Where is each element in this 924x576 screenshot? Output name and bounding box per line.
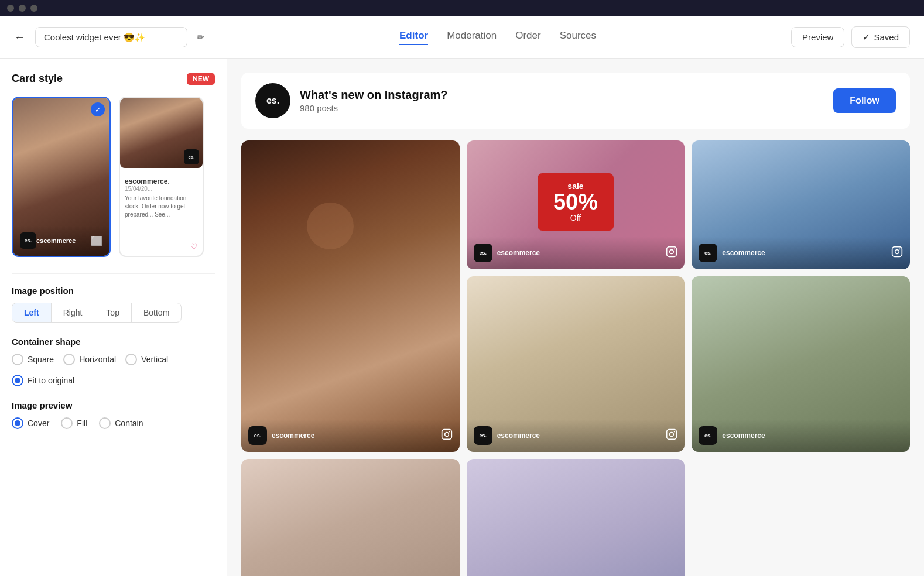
grid-insta-3: [891, 246, 903, 260]
tab-sources[interactable]: Sources: [560, 30, 596, 45]
shape-fit-label: Fit to original: [28, 376, 74, 385]
shape-options: Square Horizontal Vertical Fit to origin…: [12, 354, 215, 386]
grid-item-woman-overlay: es. escommerce: [241, 419, 460, 452]
feed-logo: es.: [255, 83, 290, 118]
position-bottom[interactable]: Bottom: [131, 303, 181, 322]
svg-point-8: [899, 248, 901, 249]
grid-username-3: escommerce: [722, 249, 765, 257]
grid-insta-4: [666, 428, 677, 443]
radio-fit: [12, 375, 23, 386]
grid-item-flowers[interactable]: es. escommerce: [241, 459, 460, 576]
radio-fill: [61, 417, 73, 429]
grid-logo-1: es.: [248, 426, 267, 445]
preview-fill[interactable]: Fill: [61, 417, 87, 429]
image-grid: es. escommerce sale 50% Off es.: [241, 140, 910, 576]
position-tabs: Left Right Top Bottom: [12, 303, 182, 323]
preview-button[interactable]: Preview: [791, 27, 844, 47]
grid-username-1: escommerce: [272, 431, 314, 440]
sidebar: Card style NEW ✓ es. escommerce ⬜ es.: [0, 59, 227, 576]
shape-square[interactable]: Square: [12, 354, 54, 365]
grid-item-woman-face[interactable]: es. escommerce: [241, 140, 460, 452]
position-right[interactable]: Right: [51, 303, 94, 322]
nav-tabs: Editor Moderation Order Sources: [399, 30, 596, 45]
sale-off: Off: [548, 213, 603, 222]
position-top[interactable]: Top: [94, 303, 131, 322]
sale-badge: sale 50% Off: [538, 173, 614, 231]
shape-fit[interactable]: Fit to original: [12, 375, 74, 386]
preview-fill-label: Fill: [77, 419, 87, 428]
tab-editor[interactable]: Editor: [399, 30, 428, 45]
card-style-1[interactable]: ✓ es. escommerce ⬜: [12, 97, 111, 257]
grid-item-shoes[interactable]: es. escommerce: [467, 276, 685, 452]
grid-logo-3: es.: [699, 244, 717, 262]
feed-info: What's new on Instagram? 980 posts: [300, 88, 824, 113]
svg-point-2: [449, 431, 450, 432]
grid-item-store-overlay: es. escommerce: [692, 419, 910, 452]
grid-item-sale-overlay: es. escommerce: [467, 236, 685, 269]
radio-vertical: [125, 354, 137, 365]
radio-horizontal: [63, 354, 75, 365]
titlebar: [0, 0, 924, 16]
image-position-title: Image position: [12, 286, 215, 296]
card-2-text: Your favorite foundation stock. Order no…: [125, 194, 198, 219]
preview-contain-label: Contain: [115, 419, 143, 428]
saved-check-icon: ✓: [863, 32, 870, 43]
titlebar-dot-2: [19, 5, 26, 12]
preview-contain[interactable]: Contain: [99, 417, 143, 429]
shape-horizontal-label: Horizontal: [79, 355, 116, 364]
card-1-instagram-icon: ⬜: [91, 235, 102, 246]
grid-item-fashion[interactable]: es. escommerce: [692, 140, 910, 269]
svg-point-4: [670, 249, 674, 253]
follow-button[interactable]: Follow: [833, 88, 896, 113]
card-style-title: Card style: [12, 73, 63, 85]
radio-square: [12, 354, 23, 365]
container-shape-section: Container shape Square Horizontal Vertic…: [12, 337, 215, 386]
saved-button[interactable]: ✓ Saved: [851, 26, 910, 48]
image-position-section: Image position Left Right Top Bottom: [12, 286, 215, 323]
card-2-logo: es.: [184, 149, 199, 164]
grid-username-2: escommerce: [497, 249, 540, 257]
grid-item-fashion-overlay: es. escommerce: [692, 236, 910, 269]
feed-title: What's new on Instagram?: [300, 88, 824, 102]
grid-logo-4: es.: [474, 426, 492, 445]
tab-order[interactable]: Order: [515, 30, 540, 45]
svg-rect-9: [667, 429, 677, 439]
svg-rect-3: [667, 246, 677, 256]
radio-contain: [99, 417, 111, 429]
saved-label: Saved: [874, 32, 899, 42]
grid-username-4: escommerce: [497, 431, 540, 440]
svg-point-10: [670, 432, 674, 436]
card-style-2[interactable]: es. escommerce. 15/04/20... Your favorit…: [119, 97, 204, 257]
main-layout: Card style NEW ✓ es. escommerce ⬜ es.: [0, 59, 924, 576]
card-2-image: es.: [120, 98, 203, 168]
card-2-instagram-icon: ♡: [190, 242, 198, 251]
content-area: es. What's new on Instagram? 980 posts F…: [227, 59, 924, 576]
radio-cover: [12, 417, 23, 429]
card-style-options: ✓ es. escommerce ⬜ es. escommerce. 15/04…: [12, 97, 215, 257]
grid-item-clothing-store[interactable]: es. escommerce: [692, 276, 910, 452]
card-2-username: escommerce.: [125, 177, 198, 186]
preview-options: Cover Fill Contain: [12, 417, 215, 429]
back-button[interactable]: ←: [14, 30, 26, 44]
shape-horizontal[interactable]: Horizontal: [63, 354, 116, 365]
svg-point-7: [895, 249, 899, 253]
topnav: ← ✏ Editor Moderation Order Sources Prev…: [0, 16, 924, 59]
svg-point-11: [674, 431, 675, 432]
grid-item-shoes-overlay: es. escommerce: [467, 419, 685, 452]
preview-cover[interactable]: Cover: [12, 417, 49, 429]
edit-icon[interactable]: ✏: [197, 32, 204, 43]
widget-title-input[interactable]: [35, 27, 187, 47]
tab-moderation[interactable]: Moderation: [447, 30, 497, 45]
position-left[interactable]: Left: [12, 303, 51, 322]
grid-item-sale[interactable]: sale 50% Off es. escommerce: [467, 140, 685, 269]
shape-vertical[interactable]: Vertical: [125, 354, 168, 365]
image-preview-title: Image preview: [12, 400, 215, 410]
card-1-overlay: es. escommerce ⬜: [13, 225, 109, 256]
grid-item-two-people[interactable]: es. escommerce: [467, 459, 685, 576]
svg-rect-6: [892, 246, 902, 256]
card-1-brand: escommerce: [36, 237, 76, 244]
grid-insta-1: [441, 428, 453, 443]
card-style-1-image: ✓ es. escommerce ⬜: [13, 98, 109, 256]
nav-actions: Preview ✓ Saved: [791, 26, 910, 48]
svg-point-5: [674, 248, 675, 249]
